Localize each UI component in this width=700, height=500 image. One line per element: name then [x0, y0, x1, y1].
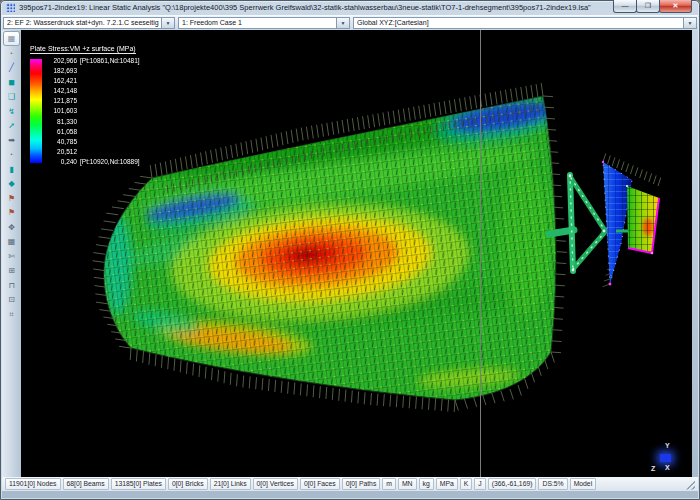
legend-tick: 40,785	[47, 138, 140, 145]
status-unit-mass[interactable]: kg	[419, 478, 434, 490]
link-tool-icon[interactable]: ↯	[4, 105, 19, 118]
status-coordinates: (366,-61,169)	[488, 478, 537, 490]
resize-grip[interactable]	[684, 479, 695, 490]
status-beams[interactable]: 68[0] Beams	[63, 478, 109, 490]
status-unit-energy[interactable]: J	[474, 478, 485, 490]
chevron-down-icon[interactable]: ▼	[161, 18, 174, 28]
mesh-tool-icon[interactable]: ⌗	[4, 308, 19, 321]
minimize-button[interactable]: —	[613, 0, 637, 13]
status-paths[interactable]: 0[0] Paths	[342, 478, 381, 490]
freedom-case-value: 1: Freedom Case 1	[179, 18, 336, 28]
status-unit-length[interactable]: m	[382, 478, 396, 490]
box-select-icon[interactable]: ⊡	[4, 293, 19, 306]
beam-tool-icon[interactable]: ╱	[4, 61, 19, 74]
window-title: 395pos71-2index19: Linear Static Analysi…	[19, 3, 614, 12]
status-vertices[interactable]: 0[0] Vertices	[253, 478, 298, 490]
axis-x-label: X	[665, 464, 670, 471]
legend-tick: 121,875	[47, 97, 140, 104]
legend-tick: 182,693	[47, 67, 140, 74]
brick-tool-icon[interactable]: ❑	[4, 90, 19, 103]
status-unit-stress[interactable]: MPa	[436, 478, 458, 490]
status-mode[interactable]: Model	[570, 478, 597, 490]
copy-tool-icon[interactable]: ✄	[4, 250, 19, 263]
status-plates[interactable]: 13185[0] Plates	[111, 478, 166, 490]
status-draw-scale[interactable]: DS:5%	[538, 478, 567, 490]
axis-origin-cube	[660, 454, 671, 462]
legend-tick: 20,512	[47, 148, 140, 155]
coordinate-system-dropdown[interactable]: Global XYZ:[Cartesian] ▼	[353, 17, 697, 29]
result-case-dropdown[interactable]: 2: EF 2: Wasserdruck stat+dyn. 7.2.1.C s…	[3, 17, 175, 29]
vertex-tool-icon[interactable]: ➚	[4, 119, 19, 132]
axis-z-label: Z	[651, 465, 655, 472]
legend-tick-min: 0,240[Pt:10920,Nd:10889]	[47, 158, 140, 165]
axis-triad: Y Z X	[651, 442, 692, 476]
legend: Plate Stress:VM +z surface (MPa) 202,966…	[30, 37, 140, 165]
legend-title: Plate Stress:VM +z surface (MPa)	[30, 45, 136, 54]
chevron-down-icon[interactable]: ▼	[336, 18, 349, 28]
status-links[interactable]: 21[0] Links	[210, 478, 251, 490]
chevron-down-icon[interactable]: ▼	[683, 18, 696, 28]
viewport-divider	[480, 30, 481, 477]
app-window: 395pos71-2index19: Linear Static Analysi…	[0, 0, 700, 500]
app-icon	[6, 3, 15, 12]
maximize-button[interactable]: ❐	[636, 0, 660, 13]
legend-tick: 61,058	[47, 128, 140, 135]
status-unit-force[interactable]: MN	[398, 478, 417, 490]
patch-tool-icon[interactable]: ◆	[4, 177, 19, 190]
legend-tick: 162,421	[47, 77, 140, 84]
legend-ticks: 202,966[Pt:10861,Nd:10481] 182,693 162,4…	[47, 57, 140, 165]
node-tool-icon[interactable]: •	[4, 47, 19, 60]
point-tool-icon[interactable]: •	[4, 148, 19, 161]
restraint-flag-icon[interactable]: ⚑	[4, 206, 19, 219]
legend-tick: 81,330	[47, 118, 140, 125]
status-bar: 11901[0] Nodes 68[0] Beams 13185[0] Plat…	[2, 477, 698, 491]
status-faces[interactable]: 0[0] Faces	[300, 478, 340, 490]
grid-table-icon[interactable]: ▦	[4, 235, 19, 248]
clamp-tool-icon[interactable]: ⊓	[4, 279, 19, 292]
status-nodes[interactable]: 11901[0] Nodes	[5, 478, 61, 490]
legend-tick: 101,603	[47, 107, 140, 114]
freedom-case-dropdown[interactable]: 1: Freedom Case 1 ▼	[178, 17, 350, 29]
legend-tick: 142,148	[47, 87, 140, 94]
title-bar[interactable]: 395pos71-2index19: Linear Static Analysi…	[0, 0, 700, 15]
attachment-flag-icon[interactable]: ⚑	[4, 192, 19, 205]
status-unit-temp[interactable]: K	[460, 478, 473, 490]
status-bricks[interactable]: 0[0] Bricks	[168, 478, 208, 490]
blue-web-plate	[602, 161, 632, 286]
select-grid-icon[interactable]: ▦	[4, 32, 19, 45]
legend-tick-max: 202,966[Pt:10861,Nd:10481]	[47, 57, 140, 64]
result-case-value: 2: EF 2: Wasserdruck stat+dyn. 7.2.1.C s…	[4, 18, 161, 28]
model-viewport[interactable]: Plate Stress:VM +z surface (MPa) 202,966…	[21, 30, 692, 477]
plate-tool-icon[interactable]: ◼	[4, 76, 19, 89]
case-toolbar: 2: EF 2: Wasserdruck stat+dyn. 7.2.1.C s…	[2, 15, 698, 30]
coordinate-system-value: Global XYZ:[Cartesian]	[354, 18, 683, 28]
axis-y-label: Y	[665, 442, 670, 449]
grid-plus-icon[interactable]: ⊞	[4, 264, 19, 277]
entity-toolbar: ▦ • ╱ ◼ ❑ ↯ ➚ ➡ • ▮ ◆ ⚑ ⚑ ✥ ▦ ✄ ⊞ ⊓ ⊡ ⌗	[2, 30, 21, 477]
cylinder-tool-icon[interactable]: ▮	[4, 163, 19, 176]
move-tool-icon[interactable]: ✥	[4, 221, 19, 234]
close-button[interactable]: ✕	[659, 0, 692, 13]
legend-colorbar	[30, 59, 42, 163]
face-tool-icon[interactable]: ➡	[4, 134, 19, 147]
window-controls: — ❐ ✕	[614, 0, 692, 13]
